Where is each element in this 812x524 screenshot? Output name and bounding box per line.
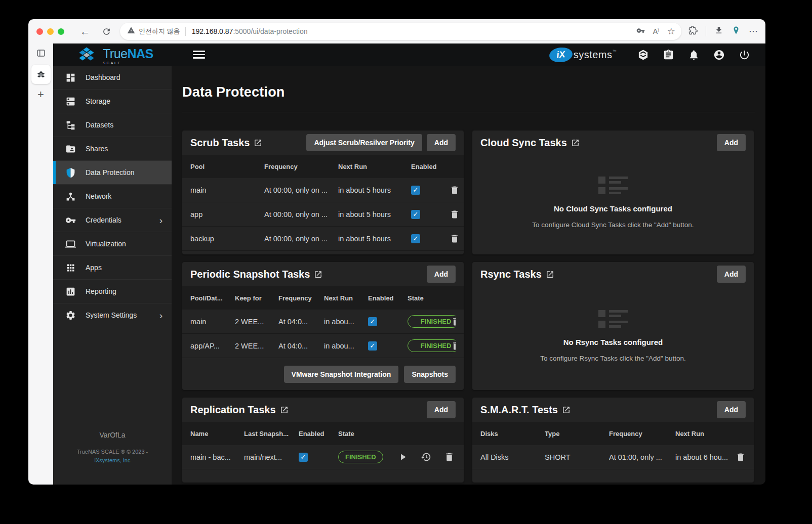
snapshot-add-button[interactable]: Add [427,266,456,283]
enabled-checkbox[interactable]: ✓ [368,317,377,326]
address-bar[interactable]: 안전하지 않음 192.168.0.87:5000/ui/data-protec… [120,23,681,40]
open-in-new-icon[interactable] [562,406,571,414]
col-pool-dataset: Pool/Dat... [190,294,235,302]
replication-title: Replication Tasks [190,404,276,416]
enabled-checkbox[interactable]: ✓ [368,341,377,351]
back-icon[interactable]: ← [76,23,94,40]
scrub-add-button[interactable]: Add [427,134,456,151]
truecommand-icon[interactable] [637,49,649,61]
delete-trash-icon[interactable] [450,234,460,244]
col-state: State [338,430,456,438]
open-in-new-icon[interactable] [254,139,262,147]
close-window-button[interactable] [36,28,43,35]
adjust-scrub-priority-button[interactable]: Adjust Scrub/Resilver Priority [306,134,422,151]
enabled-checkbox[interactable]: ✓ [411,234,420,243]
extensions-puzzle-icon[interactable] [688,26,698,37]
alerts-bell-icon[interactable] [688,49,700,61]
sidebar-item-shares[interactable]: Shares [53,137,172,161]
chevron-right-icon: › [159,311,163,320]
zoom-window-button[interactable] [58,28,64,35]
cloud-sync-add-button[interactable]: Add [717,134,746,151]
snapshots-button[interactable]: Snapshots [404,366,456,383]
rsync-tasks-card: Rsync Tasks Add [472,262,754,390]
delete-trash-icon[interactable] [450,185,460,195]
restore-history-icon[interactable] [421,452,431,462]
empty-tasks-icon [598,177,628,194]
extension-pin-icon[interactable] [732,26,741,37]
chevron-right-icon: › [159,215,163,225]
sidebar-item-virtualization[interactable]: Virtualization [53,232,172,256]
sidebar-footer: VarOfLa TrueNAS SCALE ® © 2023 - iXsyste… [53,431,172,485]
table-row[interactable]: app/AP... 2 WEE... At 04:0... in abou...… [182,334,464,358]
truenas-logo[interactable]: TrueNAS SCALE [75,46,153,64]
network-icon [65,191,76,202]
replication-add-button[interactable]: Add [427,401,456,418]
power-icon[interactable] [739,49,750,61]
col-frequency: Frequency [264,163,338,170]
rsync-add-button[interactable]: Add [717,266,746,283]
browser-tab-strip: + [28,43,53,485]
table-row[interactable]: main 2 WEE... At 04:0... in abou... ✓ FI… [182,310,464,334]
cloud-sync-empty-state: No Cloud Sync Tasks configured To config… [472,155,754,254]
col-state: State [408,294,456,302]
url-text[interactable]: 192.168.0.87:5000/ui/data-protection [192,27,630,35]
url-path: :5000/ui/data-protection [233,27,307,35]
read-aloud-icon[interactable]: A) [653,27,659,35]
dashboard-icon [65,72,76,83]
brand-nas: NAS [127,47,153,61]
sidebar-panel-icon[interactable] [36,49,46,60]
sidebar-item-label: System Settings [86,311,159,319]
open-in-new-icon[interactable] [314,270,322,279]
new-tab-plus-icon[interactable]: + [37,89,44,100]
sidebar-item-datasets[interactable]: Datasets [53,113,172,137]
smart-title: S.M.A.R.T. Tests [480,404,558,416]
empty-tasks-icon [598,310,628,328]
ixsystems-link[interactable]: iXsystems, Inc [53,457,172,463]
delete-trash-icon[interactable] [736,452,746,462]
key-icon [65,215,76,226]
enabled-checkbox[interactable]: ✓ [299,453,308,462]
table-row[interactable]: backup At 00:00, only on ... in about 5 … [182,227,464,251]
state-finished-pill[interactable]: FINISHED [408,315,456,328]
sidebar-item-apps[interactable]: Apps [53,256,172,280]
enabled-checkbox[interactable]: ✓ [411,186,420,195]
browser-menu-icon[interactable]: ⋯ [749,26,758,37]
open-in-new-icon[interactable] [571,139,580,147]
smart-add-button[interactable]: Add [717,401,746,418]
jobs-clipboard-icon[interactable] [663,49,674,61]
vmware-snapshot-integration-button[interactable]: VMware Snapshot Integration [284,366,399,383]
table-row[interactable]: main - bac... main/next... ✓ FINISHED [182,445,464,469]
state-finished-pill[interactable]: FINISHED [338,451,383,463]
minimize-window-button[interactable] [47,28,54,35]
favorite-star-icon[interactable]: ☆ [667,27,675,36]
sidebar-item-credentials[interactable]: Credentials › [53,208,172,232]
col-next-run: Next Run [675,430,746,438]
reload-icon[interactable] [98,23,115,40]
table-row[interactable]: app At 00:00, only on ... in about 5 hou… [182,202,464,227]
run-now-play-icon[interactable] [397,452,408,462]
active-tab-favicon[interactable] [31,65,51,84]
sidebar-item-network[interactable]: Network [53,185,172,208]
delete-trash-icon[interactable] [451,317,456,327]
sidebar-item-storage[interactable]: Storage [53,90,172,113]
not-secure-warning-icon[interactable] [127,26,135,36]
sidebar-item-reporting[interactable]: Reporting [53,280,172,303]
sidebar-item-system-settings[interactable]: System Settings › [53,303,172,327]
col-name: Name [190,430,244,438]
table-row[interactable]: main At 00:00, only on ... in about 5 ho… [182,178,464,202]
sidebar-item-dashboard[interactable]: Dashboard [53,66,172,90]
delete-trash-icon[interactable] [450,209,460,220]
delete-trash-icon[interactable] [444,452,455,462]
open-in-new-icon[interactable] [280,406,289,414]
state-finished-pill[interactable]: FINISHED [408,339,456,352]
password-key-icon[interactable] [636,26,645,37]
sidebar-item-data-protection[interactable]: Data Protection [53,161,172,185]
open-in-new-icon[interactable] [546,270,554,279]
delete-trash-icon[interactable] [451,341,456,351]
account-user-icon[interactable] [713,49,725,61]
hamburger-menu-icon[interactable] [193,51,205,59]
table-row[interactable]: All Disks SHORT At 01:00, only ... in ab… [472,445,754,469]
ixsystems-logo[interactable]: iX systems™ [549,48,617,62]
enabled-checkbox[interactable]: ✓ [411,210,420,219]
downloads-icon[interactable] [714,26,723,37]
